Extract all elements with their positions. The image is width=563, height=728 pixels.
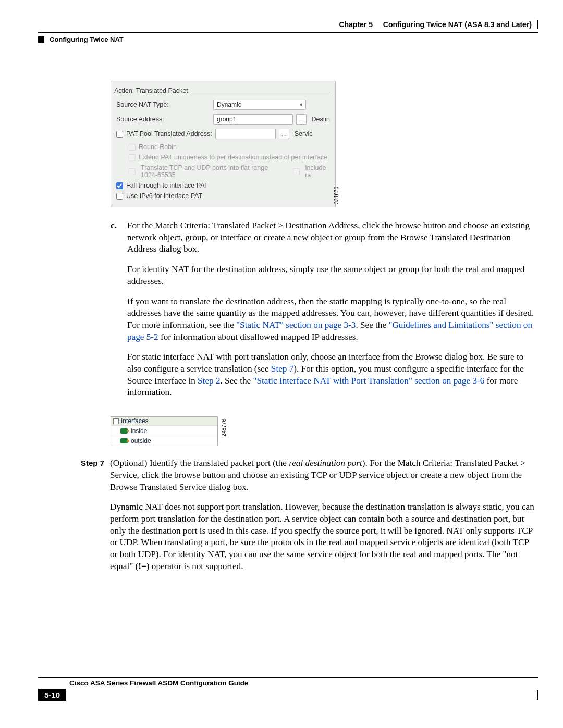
extend-pat-checkbox [129,154,136,161]
use-ipv6-checkbox[interactable] [116,193,123,200]
round-robin-label: Round Robin [139,143,177,151]
c-para-1: For the Match Criteria: Translated Packe… [127,220,538,255]
header-rule [38,32,538,33]
link-step2[interactable]: Step 2 [198,376,220,386]
image-id-1: 331870 [334,187,339,204]
action-translated-packet-panel: Action: Translated Packet Source NAT Typ… [111,81,336,207]
header-tick-icon [537,20,538,29]
include-reserve-checkbox [293,168,300,175]
interface-icon [120,438,128,443]
interface-icon [120,428,128,434]
extend-pat-label: Extend PAT uniqueness to per destination… [139,154,327,161]
flat-range-label: Translate TCP and UDP ports into flat ra… [141,164,284,179]
running-header: Chapter 5 Configuring Twice NAT (ASA 8.3… [38,20,538,29]
step7-para-1: (Optional) Identify the translated packe… [110,458,538,493]
tree-root[interactable]: − Interfaces [111,417,217,426]
flat-range-checkbox [129,168,136,175]
fall-through-label: Fall through to interface PAT [126,182,208,189]
page-footer: Cisco ASA Series Firewall ASDM Configura… [38,677,538,701]
pat-pool-checkbox[interactable] [116,131,123,138]
c-para-2: For identity NAT for the destination add… [127,264,538,287]
c-para-4: For static interface NAT with port trans… [127,351,538,399]
chapter-number: Chapter 5 [339,20,373,29]
section-title-row: Configuring Twice NAT [38,35,538,43]
link-step7[interactable]: Step 7 [271,364,293,374]
link-static-interface-nat[interactable]: "Static Interface NAT with Port Translat… [253,376,485,386]
source-address-value: group1 [217,116,236,123]
not-equal-operator: != [138,561,146,571]
step7-para-2: Dynamic NAT does not support port transl… [110,501,538,572]
source-address-input[interactable]: group1 [213,114,293,125]
image-id-2: 248776 [221,419,227,436]
step-7-label: Step 7 [81,459,110,581]
chapter-title: Configuring Twice NAT (ASA 8.3 and Later… [383,20,532,29]
pat-pool-label: PAT Pool Translated Address: [126,130,212,138]
link-static-nat[interactable]: "Static NAT" section on page 3-3 [236,320,356,330]
use-ipv6-label: Use IPv6 for interface PAT [126,192,202,200]
source-nat-type-label: Source NAT Type: [116,101,210,108]
interfaces-tree: − Interfaces inside outside 248776 [111,416,218,446]
substep-c-label: c. [111,220,120,407]
footer-rule [38,677,538,678]
c-para-3: If you want to translate the destination… [127,296,538,343]
tree-item-outside[interactable]: outside [111,436,217,446]
fieldset-legend: Action: Translated Packet [114,87,191,94]
pat-pool-browse-button[interactable]: … [279,129,289,139]
source-nat-type-select[interactable]: Dynamic ▴▾ [213,100,306,110]
source-nat-type-value: Dynamic [217,101,241,108]
include-reserve-label: Include ra [305,164,330,179]
pat-pool-input[interactable] [215,129,276,139]
real-destination-port-italic: real destination port [289,458,362,468]
bullet-square-icon [38,36,44,43]
destination-label-truncated: Destin [312,116,330,123]
source-address-browse-button[interactable]: … [296,114,307,125]
guide-title: Cisco ASA Series Firewall ASDM Configura… [69,679,538,687]
source-address-label: Source Address: [116,116,210,123]
tree-root-label: Interfaces [121,417,149,425]
select-arrows-icon: ▴▾ [300,103,302,107]
section-title: Configuring Twice NAT [50,35,124,43]
fall-through-checkbox[interactable] [116,182,123,189]
collapse-icon[interactable]: − [113,418,119,424]
tree-item-label: inside [131,427,147,435]
page-number-badge: 5-10 [38,689,66,701]
service-label-truncated: Servic [295,130,313,138]
footer-tick-icon [537,690,538,700]
tree-item-inside[interactable]: inside [111,426,217,436]
tree-item-label: outside [131,437,151,445]
round-robin-checkbox [129,144,136,151]
